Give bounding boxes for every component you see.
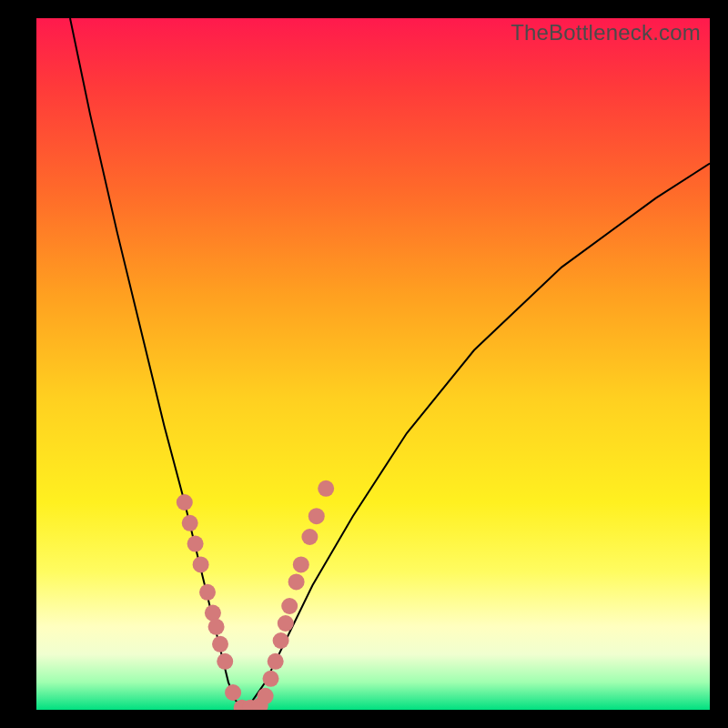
chart-svg (36, 18, 710, 710)
left-branch-curve (70, 18, 242, 710)
scatter-dot (288, 573, 305, 590)
scatter-dot (205, 605, 221, 622)
scatter-dot (225, 684, 241, 701)
scatter-dot (177, 494, 193, 511)
plot-area: TheBottleneck.com (36, 18, 710, 710)
scatter-dot (273, 632, 289, 649)
scatter-dot (242, 700, 258, 710)
scatter-dots (177, 480, 334, 710)
scatter-dot (268, 653, 284, 670)
right-branch-curve (242, 164, 710, 710)
scatter-dot (212, 636, 228, 652)
scatter-dot (301, 529, 318, 545)
scatter-dot (187, 536, 204, 552)
scatter-dot (308, 508, 325, 524)
scatter-dot (208, 619, 225, 635)
scatter-dot (234, 700, 250, 710)
scatter-dot (199, 584, 216, 601)
watermark-text: TheBottleneck.com (511, 20, 701, 46)
scatter-dot (263, 671, 279, 687)
scatter-dot (318, 480, 334, 497)
chart-frame: TheBottleneck.com (0, 0, 728, 728)
scatter-dot (281, 598, 298, 614)
scatter-dot (258, 688, 274, 704)
scatter-dot (217, 653, 233, 670)
scatter-dot (182, 515, 198, 531)
scatter-dot (252, 697, 268, 710)
scatter-dot (278, 615, 294, 632)
scatter-dot (193, 556, 209, 572)
scatter-dot (293, 556, 309, 572)
